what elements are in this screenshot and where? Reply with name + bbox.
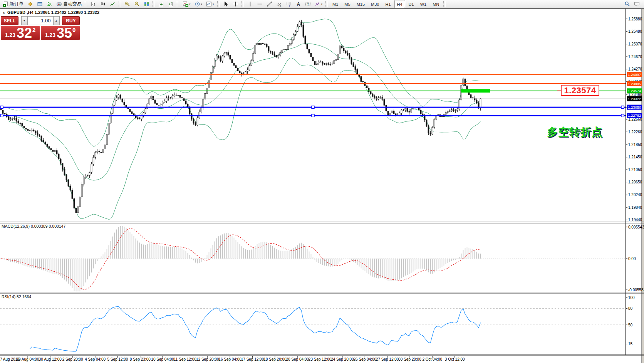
price-callout[interactable]: 1.23574 bbox=[561, 85, 599, 96]
new-order-button[interactable]: 新订单 bbox=[1, 0, 25, 8]
time-axis-label: 17 Sep 12:00 bbox=[241, 357, 264, 361]
svg-text:A: A bbox=[297, 2, 300, 7]
toolbar-separator bbox=[177, 1, 179, 7]
text-button[interactable]: A bbox=[294, 0, 303, 8]
zoom-out-icon bbox=[134, 1, 140, 7]
sell-button[interactable]: SELL bbox=[1, 16, 18, 25]
terminal-button[interactable] bbox=[35, 0, 44, 8]
rsi-axis-label: 15 bbox=[628, 342, 633, 346]
buy-price-box[interactable]: 1.23 35 0 bbox=[41, 26, 80, 40]
time-axis-label: 29 Aug 04:00 bbox=[17, 357, 39, 361]
timeframe-m15-button[interactable]: M15 bbox=[354, 0, 367, 8]
sell-price-box[interactable]: 1.23 32 2 bbox=[1, 26, 40, 40]
buy-price-big: 35 bbox=[57, 27, 72, 39]
chat-icon bbox=[634, 1, 640, 7]
price-tick-label: 1.22260 bbox=[628, 130, 642, 134]
templates-button-dropdown-icon[interactable]: ▾ bbox=[213, 3, 214, 6]
volume-input[interactable] bbox=[28, 16, 53, 25]
timeframe-m5-button[interactable]: M5 bbox=[342, 0, 353, 8]
toolbar-separator bbox=[153, 1, 155, 7]
shapes-button[interactable]: ▾ bbox=[313, 0, 324, 8]
line-handle[interactable] bbox=[312, 106, 314, 109]
highlight-segment[interactable] bbox=[461, 89, 490, 92]
timeframe-mn-button[interactable]: MN bbox=[430, 0, 442, 8]
toolbar-right-group bbox=[622, 0, 643, 8]
templates-button[interactable]: ▾ bbox=[205, 0, 216, 8]
chart-title-bar: ▲ GBPUSD-,H4 1.23061 1.23402 1.22980 1.2… bbox=[2, 10, 99, 15]
price-tick-label: 1.25070 bbox=[628, 42, 642, 46]
timeframe-h1-button[interactable]: H1 bbox=[382, 0, 393, 8]
price-tick-label: 1.21050 bbox=[628, 168, 642, 172]
horizontal-line-button[interactable] bbox=[255, 0, 264, 8]
svg-text:E: E bbox=[280, 4, 282, 7]
chart-collapse-icon[interactable]: ▲ bbox=[2, 11, 5, 14]
signals-button[interactable] bbox=[45, 0, 54, 8]
timeframe-m30-button[interactable]: M30 bbox=[368, 0, 382, 8]
line-handle[interactable] bbox=[312, 114, 314, 117]
price-badge-1.24097-text: 1.24097 bbox=[628, 72, 641, 77]
text-label-button[interactable]: T bbox=[304, 0, 312, 8]
svg-text:T: T bbox=[307, 2, 309, 6]
time-axis-label: 16 Sep 04:00 bbox=[218, 357, 242, 361]
volume-decrease-button[interactable]: ▼ bbox=[21, 16, 28, 25]
timeframe-h4-button[interactable]: H4 bbox=[394, 0, 405, 8]
bid-price-badge-text: 1.23322 bbox=[628, 97, 641, 101]
cursor-button[interactable] bbox=[221, 0, 230, 8]
svg-text:F: F bbox=[289, 5, 290, 7]
channel-button[interactable]: E bbox=[275, 0, 283, 8]
autotrading-icon bbox=[56, 1, 62, 7]
toolbar-separator bbox=[325, 1, 328, 7]
bar-chart-button[interactable] bbox=[89, 0, 98, 8]
zoom-out-button[interactable] bbox=[132, 0, 141, 8]
indicators-button-dropdown-icon[interactable]: ▾ bbox=[189, 3, 191, 6]
periods-button[interactable]: ▾ bbox=[193, 0, 204, 8]
line-handle[interactable] bbox=[621, 114, 624, 117]
zoom-in-button[interactable] bbox=[123, 0, 132, 8]
autotrading-button[interactable]: 自动交易 bbox=[55, 0, 83, 8]
rsi-name: RSI(14) bbox=[2, 294, 15, 299]
line-chart-button[interactable] bbox=[108, 0, 117, 8]
time-axis-label: 23 Sep 12:00 bbox=[309, 357, 332, 361]
price-tick-label: 1.25480 bbox=[628, 29, 642, 34]
time-axis-label: 3 Oct 12:00 bbox=[445, 357, 465, 361]
price-tick-label: 1.24270 bbox=[628, 67, 642, 71]
fibonacci-button[interactable]: F bbox=[284, 0, 293, 8]
trendline-button[interactable] bbox=[265, 0, 274, 8]
zoom-in-icon bbox=[124, 1, 130, 7]
price-tick-label: 1.21450 bbox=[628, 155, 642, 159]
vertical-line-button[interactable] bbox=[246, 0, 255, 8]
line-handle[interactable] bbox=[0, 114, 3, 117]
chat-button[interactable] bbox=[632, 0, 641, 8]
auto-scroll-button[interactable] bbox=[157, 0, 166, 8]
tile-windows-button[interactable] bbox=[142, 0, 151, 8]
one-click-trading-panel: SELL ▼ ▲ BUY 1.23 32 2 1.23 35 0 bbox=[1, 16, 80, 40]
buy-button[interactable]: BUY bbox=[62, 16, 80, 25]
indicators-button[interactable]: ▾ bbox=[181, 0, 192, 8]
crosshair-button[interactable] bbox=[231, 0, 240, 8]
toolbar-separator bbox=[443, 1, 446, 7]
mt4-window: 新订单自动交易▾▾▾EFAT▾M1M5M15M30H1H4D1W1MN 1.25… bbox=[0, 0, 644, 363]
timeframe-m1-button[interactable]: M1 bbox=[330, 0, 341, 8]
line-handle[interactable] bbox=[0, 106, 3, 109]
price-badge-1.23574-text: 1.23574 bbox=[628, 89, 641, 93]
timeframe-d1-button[interactable]: D1 bbox=[406, 0, 417, 8]
timeframe-w1-button[interactable]: W1 bbox=[418, 0, 429, 8]
chart-shift-icon bbox=[168, 1, 174, 7]
periods-icon bbox=[195, 1, 200, 7]
shapes-button-dropdown-icon[interactable]: ▾ bbox=[321, 3, 323, 6]
periods-button-dropdown-icon[interactable]: ▾ bbox=[201, 3, 203, 6]
candlestick-chart-button[interactable] bbox=[99, 0, 107, 8]
indicators-icon bbox=[183, 1, 188, 7]
time-axis-label: 2 Oct 04:00 bbox=[422, 357, 442, 361]
metaeditor-button[interactable] bbox=[26, 0, 35, 8]
channel-icon: E bbox=[276, 1, 282, 7]
signals-icon bbox=[47, 1, 52, 7]
volume-increase-button[interactable]: ▲ bbox=[53, 16, 60, 25]
chart-canvas[interactable]: 1.258801.254801.250701.246701.242701.238… bbox=[0, 0, 644, 363]
search-button[interactable] bbox=[623, 0, 632, 8]
time-axis-label: 2 Sep 20:00 bbox=[62, 357, 83, 361]
chart-shift-button[interactable] bbox=[166, 0, 175, 8]
line-handle[interactable] bbox=[621, 106, 624, 109]
price-tick-label: 1.19840 bbox=[628, 205, 642, 210]
time-axis-label: 30 Aug 12:00 bbox=[39, 357, 62, 361]
